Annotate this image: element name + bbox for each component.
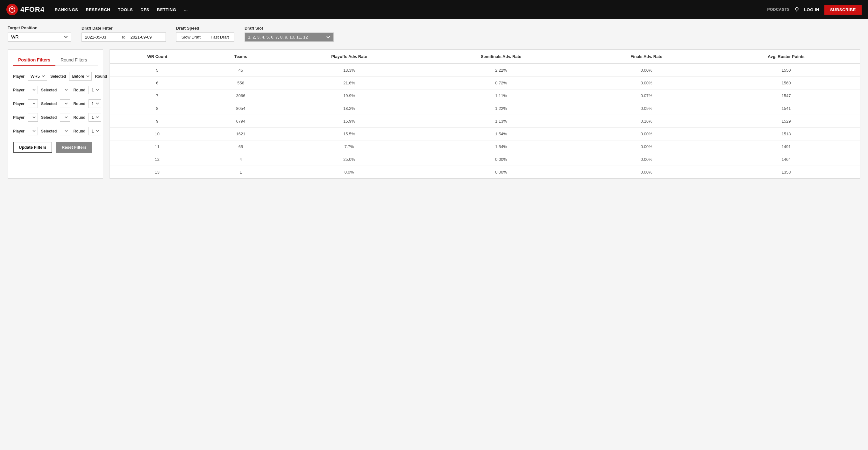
table-cell: 5 <box>110 64 205 77</box>
table-cell: 10 <box>110 128 205 141</box>
selected-select-3[interactable] <box>60 99 70 108</box>
table-cell: 1621 <box>205 128 277 141</box>
table-header-row: WR Count Teams Playoffs Adv. Rate Semifi… <box>110 50 860 64</box>
filter-row-4: Player Selected Round 1 <box>13 113 98 122</box>
selected-label-3: Selected <box>41 101 57 106</box>
draft-date-label: Draft Date Filter <box>82 26 166 31</box>
table-cell: 2.22% <box>422 64 581 77</box>
round-select-4[interactable]: 1 <box>89 113 101 122</box>
round-label-5: Round <box>73 129 85 133</box>
table-cell: 1358 <box>712 166 860 179</box>
table-cell: 0.07% <box>581 89 712 102</box>
data-table: WR Count Teams Playoffs Adv. Rate Semifi… <box>110 50 860 178</box>
round-label-3: Round <box>73 101 85 106</box>
round-select-2[interactable]: 1 <box>89 86 101 94</box>
logo-text: 4FOR4 <box>20 5 44 14</box>
filter-row-3: Player Selected Round 1 <box>13 99 98 108</box>
table-cell: 7 <box>110 89 205 102</box>
round-select-5[interactable]: 1 <box>89 127 101 136</box>
nav-rankings[interactable]: RANKINGS <box>55 7 78 12</box>
filter-row-1: Player WR5 Selected Before Round 8 <box>13 72 98 81</box>
main-content: Target Position WR QB RB TE Draft Date F… <box>0 19 868 185</box>
table-cell: 19.9% <box>277 89 421 102</box>
table-row: 10162115.5%1.54%0.00%1518 <box>110 128 860 141</box>
selected-label-4: Selected <box>41 115 57 120</box>
table-cell: 0.00% <box>581 64 712 77</box>
selected-select-4[interactable] <box>60 113 70 122</box>
nav-login[interactable]: LOG IN <box>804 7 819 12</box>
nav-dfs[interactable]: DFS <box>141 7 149 12</box>
target-position-select[interactable]: WR QB RB TE <box>8 32 71 42</box>
table-cell: 21.6% <box>277 77 421 89</box>
update-filters-button[interactable]: Update Filters <box>13 142 52 153</box>
player-select-4[interactable] <box>28 113 38 122</box>
round-label-4: Round <box>73 115 85 120</box>
tab-position-filters[interactable]: Position Filters <box>13 55 55 66</box>
col-semifinals: Semifinals Adv. Rate <box>422 50 581 64</box>
col-wr-count: WR Count <box>110 50 205 64</box>
col-finals: Finals Adv. Rate <box>581 50 712 64</box>
selected-select-2[interactable] <box>60 86 70 94</box>
draft-slot-group: Draft Slot 1, 2, 3, 4, 5, 6, 7, 8, 9, 10… <box>245 26 334 42</box>
logo-icon <box>6 4 18 15</box>
player-select-2[interactable] <box>28 86 38 94</box>
table-cell: 556 <box>205 77 277 89</box>
col-avg-roster: Avg. Roster Points <box>712 50 860 64</box>
tabs-row: Position Filters Round Filters <box>13 55 98 66</box>
buttons-row: Update Filters Reset Filters <box>13 142 98 153</box>
player-select-5[interactable] <box>28 127 38 136</box>
date-to-input[interactable] <box>127 33 165 41</box>
table-cell: 1550 <box>712 64 860 77</box>
table-cell: 0.00% <box>581 128 712 141</box>
table-cell: 65 <box>205 141 277 153</box>
round-label-1: Round <box>95 74 107 79</box>
draft-slot-label: Draft Slot <box>245 26 334 31</box>
table-cell: 1.11% <box>422 89 581 102</box>
fast-draft-button[interactable]: Fast Draft <box>206 33 234 41</box>
player-label-2: Player <box>13 88 25 92</box>
table-row: 11657.7%1.54%0.00%1491 <box>110 141 860 153</box>
reset-filters-button[interactable]: Reset Filters <box>56 142 92 153</box>
target-position-label: Target Position <box>8 26 71 30</box>
table-cell: 1464 <box>712 153 860 166</box>
nav-tools[interactable]: TOOLS <box>118 7 133 12</box>
table-cell: 0.0% <box>277 166 421 179</box>
table-cell: 6 <box>110 77 205 89</box>
selected-select-1[interactable]: Before <box>69 72 92 81</box>
table-row: 7306619.9%1.11%0.07%1547 <box>110 89 860 102</box>
table-cell: 9 <box>110 115 205 128</box>
table-cell: 11 <box>110 141 205 153</box>
draft-speed-label: Draft Speed <box>176 26 235 31</box>
table-cell: 1547 <box>712 89 860 102</box>
col-teams: Teams <box>205 50 277 64</box>
date-from-input[interactable] <box>82 33 120 41</box>
subscribe-button[interactable]: SUBSCRIBE <box>825 5 862 14</box>
draft-speed-buttons: Slow Draft Fast Draft <box>176 32 235 42</box>
nav-podcasts[interactable]: PODCASTS <box>767 7 790 12</box>
table-row: 1310.0%0.00%0.00%1358 <box>110 166 860 179</box>
table-row: 8805418.2%1.22%0.09%1541 <box>110 102 860 115</box>
table-cell: 13 <box>110 166 205 179</box>
table-cell: 0.00% <box>581 77 712 89</box>
player-select-3[interactable] <box>28 99 38 108</box>
player-select-1[interactable]: WR5 <box>28 72 47 81</box>
slow-draft-button[interactable]: Slow Draft <box>177 33 206 41</box>
selected-select-5[interactable] <box>60 127 70 136</box>
round-select-3[interactable]: 1 <box>89 99 101 108</box>
nav-research[interactable]: RESEARCH <box>86 7 110 12</box>
selected-label-1: Selected <box>50 74 66 79</box>
date-range: to <box>82 32 166 42</box>
draft-slot-select[interactable]: 1, 2, 3, 4, 5, 6, 7, 8, 9, 10, 11, 12 <box>245 32 334 42</box>
table-row: 54513.3%2.22%0.00%1550 <box>110 64 860 77</box>
table-cell: 1529 <box>712 115 860 128</box>
table-cell: 1.13% <box>422 115 581 128</box>
logo[interactable]: 4FOR4 <box>6 4 44 15</box>
top-filters: Target Position WR QB RB TE Draft Date F… <box>8 26 860 42</box>
search-icon[interactable]: ⚲ <box>795 6 799 13</box>
draft-speed-group: Draft Speed Slow Draft Fast Draft <box>176 26 235 42</box>
tab-round-filters[interactable]: Round Filters <box>55 55 92 66</box>
nav-betting[interactable]: BETTING <box>157 7 177 12</box>
nav-more[interactable]: ... <box>184 7 188 12</box>
table-cell: 1 <box>205 166 277 179</box>
left-panel: Position Filters Round Filters Player WR… <box>8 49 103 179</box>
